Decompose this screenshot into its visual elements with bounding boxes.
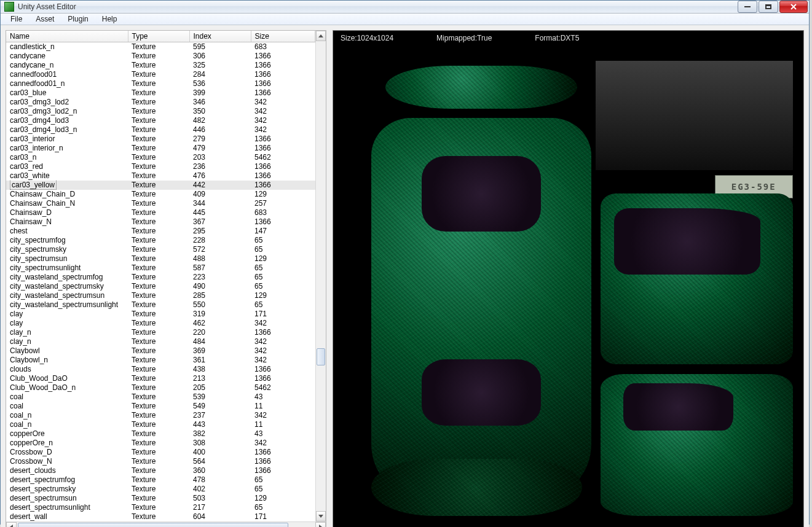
table-row[interactable]: coalTexture54911	[6, 402, 315, 411]
menu-file[interactable]: File	[4, 14, 28, 25]
col-name[interactable]: Name	[6, 31, 128, 42]
table-row[interactable]: car03_yellowTexture4421366	[6, 181, 315, 190]
table-row[interactable]: Crossbow_NTexture5641366	[6, 457, 315, 466]
table-row[interactable]: cannedfood01_nTexture5361366	[6, 79, 315, 88]
table-row[interactable]: car03_dmg3_lod2Texture346342	[6, 98, 315, 107]
scroll-left-button[interactable]	[6, 522, 17, 528]
table-row[interactable]: candycaneTexture3061366	[6, 52, 315, 61]
table-row[interactable]: chestTexture295147	[6, 227, 315, 236]
table-row[interactable]: desert_spectrumsunTexture503129	[6, 494, 315, 503]
cell-size: 11	[251, 402, 315, 411]
table-row[interactable]: copperOre_nTexture308342	[6, 439, 315, 448]
table-row[interactable]: cannedfood01Texture2841366	[6, 70, 315, 79]
table-row[interactable]: clay_nTexture2201366	[6, 328, 315, 337]
table-row[interactable]: clayTexture319171	[6, 310, 315, 319]
table-row[interactable]: Chainsaw_NTexture3671366	[6, 217, 315, 227]
table-row[interactable]: Claybowl_nTexture361342	[6, 356, 315, 365]
scroll-right-button[interactable]	[315, 522, 326, 528]
cell-index: 237	[189, 411, 251, 420]
table-row[interactable]: car03_interiorTexture2791366	[6, 135, 315, 144]
cell-type: Texture	[128, 171, 189, 181]
table-row[interactable]: desert_cloudsTexture3601366	[6, 466, 315, 475]
table-row[interactable]: car03_dmg4_lod3_nTexture446342	[6, 125, 315, 135]
table-row[interactable]: Crossbow_DTexture4001366	[6, 448, 315, 457]
table-row[interactable]: clay_nTexture484342	[6, 337, 315, 346]
table-row[interactable]: car03_nTexture2035462	[6, 153, 315, 162]
cell-type: Texture	[128, 88, 189, 98]
table-row[interactable]: city_spectrumskyTexture57265	[6, 245, 315, 254]
cell-name: car03_interior_n	[6, 144, 128, 153]
cell-size: 342	[251, 107, 315, 116]
scroll-thumb[interactable]	[317, 348, 325, 365]
scroll-down-button[interactable]	[316, 511, 326, 521]
table-row[interactable]: car03_interior_nTexture4791366	[6, 144, 315, 153]
texture-preview[interactable]: EG3-59E	[333, 45, 803, 527]
col-size[interactable]: Size	[251, 31, 315, 42]
table-row[interactable]: Club_Wood_DaOTexture2131366	[6, 374, 315, 383]
table-row[interactable]: ClaybowlTexture369342	[6, 346, 315, 356]
table-row[interactable]: city_wasteland_spectrumfogTexture22365	[6, 273, 315, 282]
preview-panel: Size:1024x1024 Mipmapped:True Format:DXT…	[333, 30, 804, 527]
table-row[interactable]: coal_nTexture44311	[6, 420, 315, 429]
menu-asset[interactable]: Asset	[30, 14, 60, 25]
cell-size: 342	[251, 125, 315, 135]
horizontal-scrollbar[interactable]	[6, 521, 326, 528]
texture-window-front	[422, 359, 541, 426]
close-button[interactable]	[779, 1, 808, 13]
table-row[interactable]: Chainsaw_DTexture445683	[6, 208, 315, 217]
table-row[interactable]: car03_dmg3_lod2_nTexture350342	[6, 107, 315, 116]
table-row[interactable]: city_wasteland_spectrumsunTexture285129	[6, 291, 315, 300]
cell-index: 382	[189, 429, 251, 439]
cell-type: Texture	[128, 429, 189, 439]
cell-type: Texture	[128, 125, 189, 135]
table-row[interactable]: city_spectrumsunlightTexture58765	[6, 264, 315, 273]
cell-size: 1366	[251, 79, 315, 88]
table-row[interactable]: car03_blueTexture3991366	[6, 88, 315, 98]
table-row[interactable]: city_spectrumfogTexture22865	[6, 236, 315, 245]
info-mipmapped: Mipmapped:True	[436, 34, 492, 42]
col-type[interactable]: Type	[128, 31, 189, 42]
hscroll-thumb[interactable]	[18, 523, 288, 528]
cell-index: 284	[189, 70, 251, 79]
cell-size: 342	[251, 411, 315, 420]
cell-type: Texture	[128, 365, 189, 374]
hscroll-track[interactable]	[17, 522, 315, 528]
table-row[interactable]: car03_whiteTexture4761366	[6, 171, 315, 181]
table-row[interactable]: car03_dmg4_lod3Texture482342	[6, 116, 315, 125]
scroll-up-button[interactable]	[316, 31, 326, 41]
table-row[interactable]: desert_wallTexture604171	[6, 512, 315, 521]
table-row[interactable]: coal_nTexture237342	[6, 411, 315, 420]
table-row[interactable]: city_spectrumsunTexture488129	[6, 254, 315, 264]
table-row[interactable]: Chainsaw_Chain_DTexture409129	[6, 190, 315, 199]
table-row[interactable]: city_wasteland_spectrumskyTexture49065	[6, 282, 315, 291]
table-row[interactable]: car03_redTexture2361366	[6, 162, 315, 171]
table-row[interactable]: desert_spectrumfogTexture47865	[6, 475, 315, 485]
cell-index: 369	[189, 346, 251, 356]
menu-help[interactable]: Help	[96, 14, 124, 25]
titlebar[interactable]: Unity Asset Editor	[1, 1, 809, 14]
cell-name: cannedfood01_n	[6, 79, 128, 88]
table-row[interactable]: coalTexture53943	[6, 392, 315, 402]
cell-type: Texture	[128, 199, 189, 208]
menu-plugin[interactable]: Plugin	[61, 14, 94, 25]
cell-type: Texture	[128, 402, 189, 411]
table-row[interactable]: desert_spectrumskyTexture40265	[6, 485, 315, 494]
table-row[interactable]: desert_spectrumsunlightTexture21765	[6, 503, 315, 512]
asset-table[interactable]: Name Type Index Size candlestick_nTextur…	[6, 31, 315, 521]
table-row[interactable]: Club_Wood_DaO_nTexture2055462	[6, 383, 315, 392]
cell-name: Crossbow_D	[6, 448, 128, 457]
vertical-scrollbar[interactable]	[315, 31, 326, 521]
table-row[interactable]: cloudsTexture4381366	[6, 365, 315, 374]
table-row[interactable]: candlestick_nTexture595683	[6, 42, 315, 52]
col-index[interactable]: Index	[189, 31, 251, 42]
table-row[interactable]: candycane_nTexture3251366	[6, 61, 315, 70]
table-row[interactable]: city_wasteland_spectrumsunlightTexture55…	[6, 300, 315, 310]
scroll-track[interactable]	[316, 41, 326, 511]
cell-size: 65	[251, 236, 315, 245]
table-row[interactable]: copperOreTexture38243	[6, 429, 315, 439]
table-row[interactable]: clayTexture462342	[6, 319, 315, 328]
table-row[interactable]: Chainsaw_Chain_NTexture344257	[6, 199, 315, 208]
minimize-button[interactable]	[738, 1, 757, 13]
cell-type: Texture	[128, 264, 189, 273]
maximize-button[interactable]	[759, 1, 778, 13]
